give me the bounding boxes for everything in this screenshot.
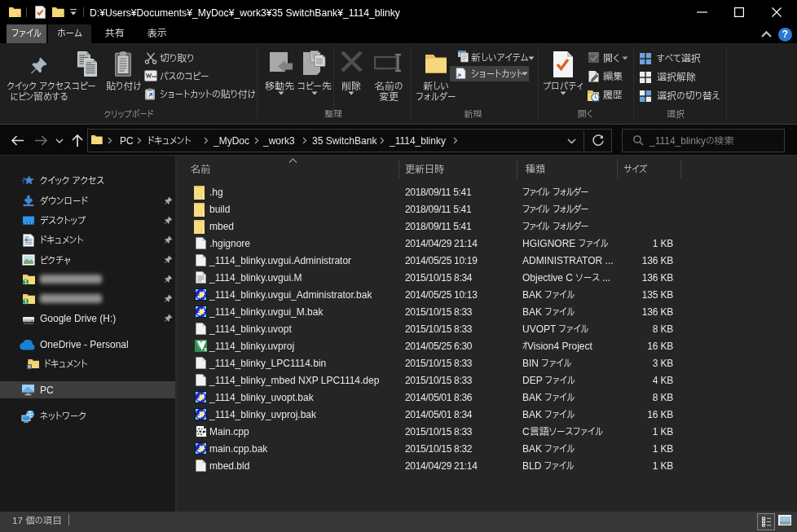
- svg-text:s: s: [204, 346, 207, 352]
